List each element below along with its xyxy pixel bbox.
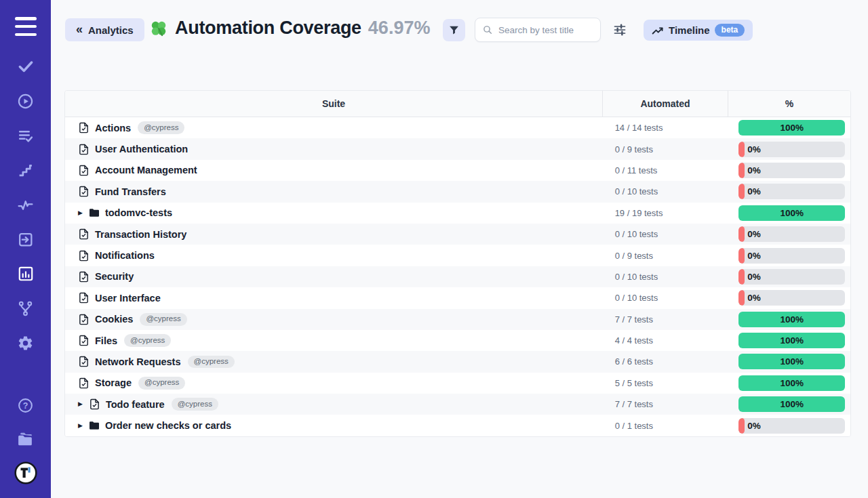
automated-cell: 4 / 4 tests <box>602 330 728 351</box>
git-branch-icon[interactable] <box>17 299 34 317</box>
suite-tag: @cypress <box>140 313 186 326</box>
expand-caret-icon[interactable]: ▶ <box>78 423 83 429</box>
suite-name: Notifications <box>95 250 155 261</box>
testomat-logo[interactable] <box>14 464 38 482</box>
automated-cell: 7 / 7 tests <box>602 309 728 330</box>
automated-count: 5 / 5 tests <box>615 378 653 388</box>
suite-cell: Actions@cypress <box>65 117 602 138</box>
sidebar: ? <box>0 0 51 498</box>
table-row[interactable]: ▶Order new checks or cards0 / 1 tests0% <box>65 415 850 436</box>
analytics-back-button[interactable]: « Analytics <box>65 18 144 41</box>
suite-name: Account Management <box>95 165 197 175</box>
column-header-percent: % <box>728 91 850 117</box>
file-icon <box>78 271 90 283</box>
automated-count: 7 / 7 tests <box>615 399 653 409</box>
automated-cell: 0 / 9 tests <box>602 138 728 159</box>
sidebar-bottom: ? <box>14 396 38 498</box>
table-row[interactable]: Files@cypress4 / 4 tests100% <box>65 330 850 351</box>
suite-name: User Interface <box>95 293 161 304</box>
sliders-icon <box>613 23 627 37</box>
coverage-bar-fill <box>738 290 745 306</box>
table-row[interactable]: Notifications0 / 9 tests0% <box>65 245 850 266</box>
coverage-percent: 0% <box>747 165 761 175</box>
table-row[interactable]: User Authentication0 / 9 tests0% <box>65 138 850 159</box>
suite-name: Todo feature <box>106 399 165 410</box>
table-row[interactable]: ▶Todo feature@cypress7 / 7 tests100% <box>65 394 850 415</box>
suite-name: User Authentication <box>95 144 188 154</box>
percent-cell: 0% <box>727 160 850 181</box>
table-row[interactable]: User Interface0 / 10 tests0% <box>65 287 850 308</box>
table-row[interactable]: Actions@cypress14 / 14 tests100% <box>65 117 850 138</box>
analytics-back-label: Analytics <box>88 24 134 36</box>
coverage-bar-fill <box>738 226 745 242</box>
automated-count: 14 / 14 tests <box>615 123 663 133</box>
search-icon <box>482 24 493 35</box>
analytics-bar-chart-icon[interactable] <box>17 265 35 283</box>
table-row[interactable]: Fund Transfers0 / 10 tests0% <box>65 181 850 202</box>
table-row[interactable]: ▶todomvc-tests19 / 19 tests100% <box>65 203 850 224</box>
automated-count: 0 / 11 tests <box>615 165 658 175</box>
file-icon <box>78 228 90 240</box>
filter-button[interactable] <box>443 19 465 41</box>
table-row[interactable]: Security0 / 10 tests0% <box>65 266 850 287</box>
main-content: « Analytics Automation Coverage 46.97% <box>51 0 868 498</box>
suite-cell: Transaction History <box>65 224 602 245</box>
automated-cell: 5 / 5 tests <box>602 373 728 394</box>
search-input[interactable] <box>498 25 593 35</box>
activity-pulse-icon[interactable] <box>17 196 34 213</box>
suite-name: Network Requests <box>95 356 181 367</box>
help-icon[interactable]: ? <box>17 396 34 414</box>
page-title: Automation Coverage 46.97% <box>149 18 430 39</box>
suite-cell: ▶Todo feature@cypress <box>65 394 602 415</box>
percent-cell: 100% <box>727 203 850 224</box>
file-icon <box>78 144 90 155</box>
coverage-bar: 0% <box>738 418 845 434</box>
table-row[interactable]: Account Management0 / 11 tests0% <box>65 160 850 181</box>
suite-cell: Files@cypress <box>65 330 602 351</box>
coverage-percent: 0% <box>747 293 761 303</box>
coverage-percent: 100% <box>781 314 804 325</box>
coverage-bar: 0% <box>738 163 845 178</box>
suite-cell: ▶Order new checks or cards <box>65 415 602 436</box>
suite-tag: @cypress <box>138 121 184 134</box>
expand-caret-icon[interactable]: ▶ <box>78 401 83 407</box>
suite-name: Order new checks or cards <box>105 420 231 431</box>
file-icon <box>78 165 90 176</box>
runs-play-icon[interactable] <box>17 92 34 110</box>
table-row[interactable]: Cookies@cypress7 / 7 tests100% <box>65 309 850 330</box>
coverage-percent: 0% <box>747 186 761 196</box>
sidebar-nav <box>0 58 51 369</box>
table-row[interactable]: Network Requests@cypress6 / 6 tests100% <box>65 351 850 372</box>
percent-cell: 0% <box>727 138 850 159</box>
tests-check-icon[interactable] <box>17 58 35 75</box>
coverage-percent-total: 46.97% <box>368 18 431 39</box>
coverage-bar: 100% <box>738 333 845 348</box>
timeline-label: Timeline <box>669 24 710 36</box>
coverage-bar-fill <box>738 269 745 285</box>
plans-list-check-icon[interactable] <box>17 127 34 144</box>
table-row[interactable]: Transaction History0 / 10 tests0% <box>65 224 850 245</box>
automated-cell: 0 / 9 tests <box>602 245 728 266</box>
table-row[interactable]: Storage@cypress5 / 5 tests100% <box>65 373 850 394</box>
steps-icon[interactable] <box>17 161 34 179</box>
menu-icon[interactable] <box>15 17 37 36</box>
import-icon[interactable] <box>17 230 34 248</box>
automated-cell: 0 / 1 tests <box>602 415 728 436</box>
coverage-bar: 0% <box>738 269 845 285</box>
timeline-button[interactable]: Timeline beta <box>644 20 753 41</box>
suite-name: Storage <box>95 377 132 388</box>
suite-name: todomvc-tests <box>105 207 172 218</box>
file-icon <box>78 335 90 346</box>
coverage-bar: 100% <box>738 312 845 327</box>
search-box <box>475 18 601 42</box>
table-body: Actions@cypress14 / 14 tests100%User Aut… <box>65 117 850 436</box>
suite-name: Cookies <box>95 314 133 325</box>
settings-gear-icon[interactable] <box>17 334 34 352</box>
projects-folder-icon[interactable] <box>16 430 35 448</box>
expand-caret-icon[interactable]: ▶ <box>78 210 83 216</box>
sliders-button[interactable] <box>612 22 627 37</box>
automated-cell: 0 / 10 tests <box>602 224 728 245</box>
suite-cell: Cookies@cypress <box>65 309 602 330</box>
automated-count: 0 / 10 tests <box>615 272 658 282</box>
suite-name: Actions <box>95 123 131 133</box>
